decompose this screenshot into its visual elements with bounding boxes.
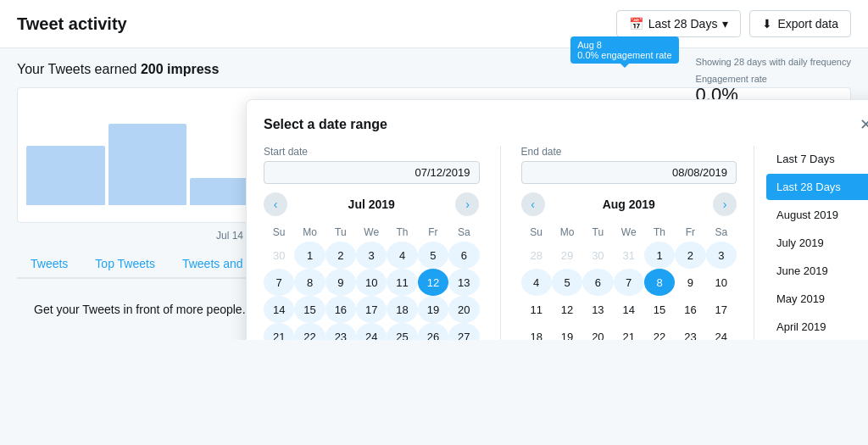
end-calendar-nav: ‹ Aug 2019 ›	[521, 192, 737, 216]
start-prev-month-button[interactable]: ‹	[264, 192, 287, 216]
cal-day[interactable]: 2	[675, 242, 705, 269]
cal-day-selected[interactable]: 8	[644, 269, 675, 296]
weekday-sa: Sa	[448, 223, 479, 242]
weekday-fr: Fr	[675, 223, 705, 242]
end-calendar-grid: Su Mo Tu We Th Fr Sa 28 29	[521, 223, 737, 340]
quick-option-last28[interactable]: Last 28 Days	[766, 174, 868, 200]
header-actions: 📅 Last 28 Days ▾ ⬇ Export data	[616, 10, 851, 37]
cal-day[interactable]: 15	[294, 296, 325, 323]
tooltip-text: 0.0% engagement rate	[577, 50, 671, 60]
tab-tweets[interactable]: Tweets	[17, 250, 81, 279]
weekday-mo: Mo	[294, 223, 325, 242]
end-prev-month-button[interactable]: ‹	[521, 192, 545, 216]
promo-text: Get your Tweets in front of more people.	[34, 303, 246, 316]
cal-day[interactable]: 3	[706, 242, 737, 269]
cal-day[interactable]: 27	[448, 323, 479, 340]
cal-day[interactable]: 18	[387, 296, 417, 323]
cal-day[interactable]: 14	[614, 296, 644, 323]
export-data-button[interactable]: ⬇ Export data	[749, 10, 851, 37]
weekday-sa: Sa	[706, 223, 737, 242]
calendars-row: Start date 07/12/2019 ‹ Jul 2019 › Su Mo…	[264, 146, 868, 340]
cal-day[interactable]: 22	[644, 323, 675, 340]
cal-day[interactable]: 28	[521, 242, 552, 269]
cal-day[interactable]: 24	[356, 323, 387, 340]
export-label: Export data	[777, 17, 838, 31]
cal-day[interactable]: 22	[294, 323, 325, 340]
cal-day[interactable]: 19	[418, 296, 448, 323]
quick-option-jul2019[interactable]: July 2019	[766, 230, 868, 256]
cal-day[interactable]: 29	[552, 242, 582, 269]
quick-option-may2019[interactable]: May 2019	[766, 286, 868, 312]
chart-bar	[26, 146, 105, 205]
cal-day[interactable]: 8	[294, 269, 325, 296]
quick-option-jun2019[interactable]: June 2019	[766, 258, 868, 284]
cal-day[interactable]: 17	[706, 296, 737, 323]
page-title: Tweet activity	[17, 14, 127, 34]
cal-day[interactable]: 23	[326, 323, 356, 340]
cal-day[interactable]: 21	[614, 323, 644, 340]
cal-day[interactable]: 7	[614, 269, 644, 296]
weekday-we: We	[614, 223, 644, 242]
quick-option-apr2019[interactable]: April 2019	[766, 314, 868, 340]
cal-day[interactable]: 17	[356, 296, 387, 323]
cal-day[interactable]: 16	[675, 296, 705, 323]
cal-day[interactable]: 20	[448, 296, 479, 323]
cal-day[interactable]: 10	[706, 269, 737, 296]
main-content: Your Tweets earned 200 impress Jul 14 Ju…	[0, 48, 868, 340]
end-date-input[interactable]: 08/08/2019	[521, 161, 737, 184]
cal-day[interactable]: 1	[294, 242, 325, 269]
start-month-label: Jul 2019	[348, 197, 395, 211]
cal-day[interactable]: 13	[448, 269, 479, 296]
cal-day[interactable]: 30	[582, 242, 613, 269]
cal-day[interactable]: 9	[675, 269, 705, 296]
tab-top-tweets[interactable]: Top Tweets	[81, 250, 169, 279]
date-picker-modal: Select a date range ✕ Start date 07/12/2…	[246, 99, 868, 340]
cal-day[interactable]: 15	[644, 296, 675, 323]
cal-day[interactable]: 18	[521, 323, 552, 340]
start-calendar-grid: Su Mo Tu We Th Fr Sa 30 1	[264, 223, 480, 340]
modal-close-button[interactable]: ✕	[860, 117, 868, 132]
weekday-th: Th	[644, 223, 675, 242]
weekday-tu: Tu	[582, 223, 613, 242]
end-month-label: Aug 2019	[603, 197, 655, 211]
cal-day[interactable]: 5	[552, 269, 582, 296]
cal-day[interactable]: 31	[614, 242, 644, 269]
end-next-month-button[interactable]: ›	[713, 192, 737, 216]
cal-day[interactable]: 5	[418, 242, 448, 269]
chart-label: Jul 14	[216, 230, 243, 242]
start-date-input[interactable]: 07/12/2019	[264, 161, 480, 184]
cal-day[interactable]: 19	[552, 323, 582, 340]
cal-day[interactable]: 6	[448, 242, 479, 269]
cal-day[interactable]: 30	[264, 242, 294, 269]
cal-day[interactable]: 11	[521, 296, 552, 323]
cal-day[interactable]: 21	[264, 323, 294, 340]
end-date-label: End date	[521, 146, 737, 158]
cal-day-selected[interactable]: 12	[418, 269, 448, 296]
cal-day[interactable]: 4	[521, 269, 552, 296]
start-next-month-button[interactable]: ›	[455, 192, 479, 216]
cal-day[interactable]: 24	[706, 323, 737, 340]
quick-option-aug2019[interactable]: August 2019	[766, 202, 868, 228]
cal-day[interactable]: 14	[264, 296, 294, 323]
cal-day[interactable]: 11	[387, 269, 417, 296]
cal-day[interactable]: 1	[644, 242, 675, 269]
cal-day[interactable]: 6	[582, 269, 613, 296]
cal-day[interactable]: 13	[582, 296, 613, 323]
cal-day[interactable]: 2	[326, 242, 356, 269]
cal-day[interactable]: 23	[675, 323, 705, 340]
impressions-number: 200 impress	[141, 62, 220, 76]
cal-day[interactable]: 9	[326, 269, 356, 296]
calendar-icon: 📅	[629, 17, 643, 31]
date-range-button[interactable]: 📅 Last 28 Days ▾	[616, 10, 742, 37]
cal-day[interactable]: 25	[387, 323, 417, 340]
weekday-su: Su	[521, 223, 552, 242]
cal-day[interactable]: 26	[418, 323, 448, 340]
quick-option-last7[interactable]: Last 7 Days	[766, 146, 868, 172]
cal-day[interactable]: 4	[387, 242, 417, 269]
cal-day[interactable]: 12	[552, 296, 582, 323]
cal-day[interactable]: 16	[326, 296, 356, 323]
cal-day[interactable]: 10	[356, 269, 387, 296]
cal-day[interactable]: 7	[264, 269, 294, 296]
cal-day[interactable]: 20	[582, 323, 613, 340]
cal-day[interactable]: 3	[356, 242, 387, 269]
